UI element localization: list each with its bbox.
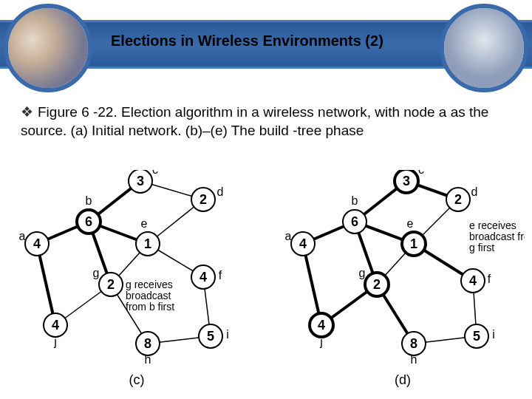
svg-text:5: 5 xyxy=(473,329,480,344)
svg-text:g first: g first xyxy=(469,242,494,253)
svg-text:(d): (d) xyxy=(395,372,411,387)
svg-text:f: f xyxy=(488,273,491,285)
header-photo-right xyxy=(440,4,528,92)
svg-text:e: e xyxy=(407,217,414,230)
svg-text:g: g xyxy=(359,267,366,279)
svg-text:i: i xyxy=(492,328,495,341)
svg-text:h: h xyxy=(411,353,417,366)
svg-text:4: 4 xyxy=(318,318,325,332)
svg-text:5: 5 xyxy=(207,329,214,344)
diagram-d: 4a 6b 3c 2d 1e 4f 2g 8h 5i 4j e receives… xyxy=(281,170,525,392)
figure-caption: Figure 6 -22. Election algorithm in a wi… xyxy=(21,103,516,140)
svg-text:g receives: g receives xyxy=(126,279,173,290)
diagram-area: 4a 6b 3c 2d 1e 4f 2g 8h 5i 4j g receives… xyxy=(0,170,532,392)
svg-text:a: a xyxy=(285,230,292,242)
svg-text:j: j xyxy=(53,335,57,348)
svg-text:1: 1 xyxy=(410,236,417,251)
svg-text:4: 4 xyxy=(299,236,307,251)
svg-text:8: 8 xyxy=(410,336,417,351)
svg-text:broadcast: broadcast xyxy=(126,290,171,301)
svg-text:2: 2 xyxy=(454,192,462,207)
svg-text:d: d xyxy=(471,185,478,198)
svg-text:c: c xyxy=(418,170,424,176)
svg-text:6: 6 xyxy=(85,214,92,229)
svg-text:1: 1 xyxy=(144,236,151,251)
svg-text:6: 6 xyxy=(351,214,358,229)
svg-text:4: 4 xyxy=(200,270,207,284)
header-photo-left xyxy=(4,4,92,92)
svg-text:4: 4 xyxy=(33,236,41,251)
diagram-c: 4a 6b 3c 2d 1e 4f 2g 8h 5i 4j g receives… xyxy=(15,170,259,392)
svg-text:d: d xyxy=(217,185,224,198)
svg-text:b: b xyxy=(86,194,92,207)
svg-text:e: e xyxy=(141,217,148,230)
svg-text:3: 3 xyxy=(403,174,410,188)
svg-text:8: 8 xyxy=(144,336,151,351)
svg-text:2: 2 xyxy=(200,192,207,207)
svg-text:2: 2 xyxy=(373,277,381,292)
svg-text:a: a xyxy=(19,230,26,242)
svg-text:from b first: from b first xyxy=(126,301,174,313)
svg-text:2: 2 xyxy=(107,277,115,292)
svg-text:g: g xyxy=(93,267,100,279)
svg-text:h: h xyxy=(145,353,151,366)
svg-text:4: 4 xyxy=(469,273,477,288)
svg-text:b: b xyxy=(352,194,358,207)
svg-text:f: f xyxy=(219,269,222,282)
svg-text:broadcast from: broadcast from xyxy=(469,231,525,242)
svg-text:c: c xyxy=(152,170,158,176)
svg-text:e receives: e receives xyxy=(469,219,516,231)
svg-text:(c): (c) xyxy=(129,372,145,387)
svg-text:4: 4 xyxy=(52,318,59,332)
svg-text:3: 3 xyxy=(137,174,144,188)
svg-text:i: i xyxy=(226,328,229,341)
slide-title: Elections in Wireless Environments (2) xyxy=(111,33,436,50)
svg-text:j: j xyxy=(319,335,323,348)
